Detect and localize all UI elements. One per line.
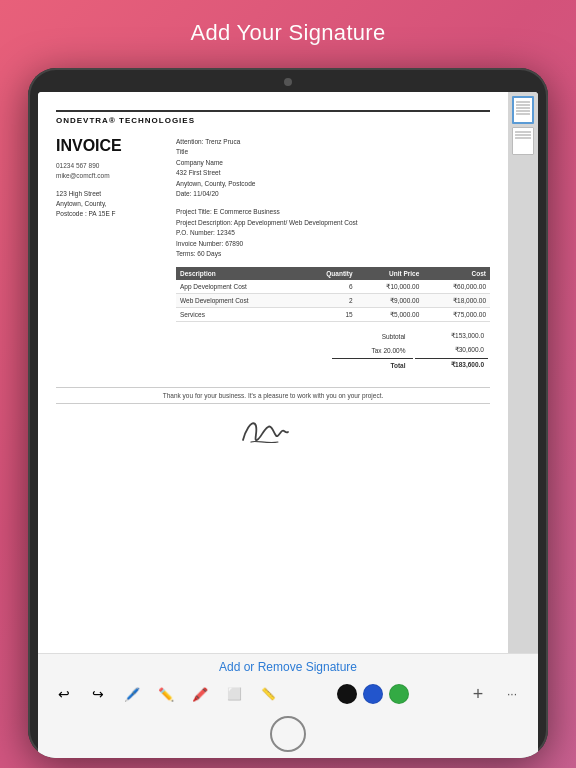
color-black[interactable] [337, 684, 357, 704]
thank-you-text: Thank you for your business. It's a plea… [56, 387, 490, 404]
tablet-camera [284, 78, 292, 86]
color-green[interactable] [389, 684, 409, 704]
totals-table: Subtotal ₹153,000.0 Tax 20.00% ₹30,600.0… [330, 328, 490, 373]
pencil-icon: ✏️ [158, 687, 174, 702]
more-button[interactable]: ··· [498, 680, 526, 708]
ruler-icon: 📏 [261, 687, 276, 701]
add-button[interactable]: + [464, 680, 492, 708]
eraser-icon: ⬜ [227, 687, 242, 701]
col-description: Description [176, 267, 301, 280]
signature-area [56, 412, 490, 447]
table-row: App Development Cost 6 ₹10,000.00 ₹60,00… [176, 280, 490, 294]
toolbar-center [337, 684, 409, 704]
tablet-screen[interactable]: ONDEVTRA® TECHNOLOGIES INVOICE 01234 567… [38, 92, 538, 758]
toolbar: ↩ ↪ 🖊️ ✏️ 🖍️ ⬜ 📏 [38, 680, 538, 708]
thumbnail-strip [508, 92, 538, 653]
pen-icon: 🖊️ [124, 687, 140, 702]
sender-address: 123 High StreetAnytown, County,Postcode … [56, 189, 156, 220]
thumb-page-2[interactable] [512, 127, 534, 155]
eraser-tool-button[interactable]: ⬜ [220, 680, 248, 708]
document-area: ONDEVTRA® TECHNOLOGIES INVOICE 01234 567… [38, 92, 538, 653]
invoice-title: INVOICE [56, 137, 156, 155]
document-page: ONDEVTRA® TECHNOLOGIES INVOICE 01234 567… [38, 92, 508, 653]
attention-block: Attention: Trenz Pruca Title Company Nam… [176, 137, 490, 199]
highlight-icon: 🖍️ [192, 687, 208, 702]
add-remove-signature[interactable]: Add or Remove Signature [219, 660, 357, 674]
col-quantity: Quantity [301, 267, 357, 280]
color-blue[interactable] [363, 684, 383, 704]
page-title: Add Your Signature [0, 0, 576, 58]
company-name: ONDEVTRA® TECHNOLOGIES [56, 116, 490, 125]
highlight-tool-button[interactable]: 🖍️ [186, 680, 214, 708]
home-button[interactable] [270, 716, 306, 752]
bottom-bar: Add or Remove Signature ↩ ↪ 🖊️ ✏️ 🖍️ [38, 653, 538, 758]
undo-button[interactable]: ↩ [50, 680, 78, 708]
thumb-page-1[interactable] [512, 96, 534, 124]
pencil-tool-button[interactable]: ✏️ [152, 680, 180, 708]
col-unit-price: Unit Price [357, 267, 424, 280]
toolbar-right: + ··· [464, 680, 526, 708]
signature-svg [233, 412, 313, 447]
tablet-frame: ONDEVTRA® TECHNOLOGIES INVOICE 01234 567… [28, 68, 548, 758]
redo-button[interactable]: ↪ [84, 680, 112, 708]
toolbar-left: ↩ ↪ 🖊️ ✏️ 🖍️ ⬜ 📏 [50, 680, 282, 708]
doc-header-line [56, 110, 490, 112]
invoice-table: Description Quantity Unit Price Cost App… [176, 267, 490, 322]
contact-info: 01234 567 890 mike@comcft.com [56, 161, 156, 181]
pen-tool-button[interactable]: 🖊️ [118, 680, 146, 708]
table-row: Services 15 ₹5,000.00 ₹75,000.00 [176, 308, 490, 322]
table-row: Web Development Cost 2 ₹9,000.00 ₹18,000… [176, 294, 490, 308]
col-cost: Cost [423, 267, 490, 280]
project-block: Project Title: E Commerce Business Proje… [176, 207, 490, 259]
ruler-tool-button[interactable]: 📏 [254, 680, 282, 708]
